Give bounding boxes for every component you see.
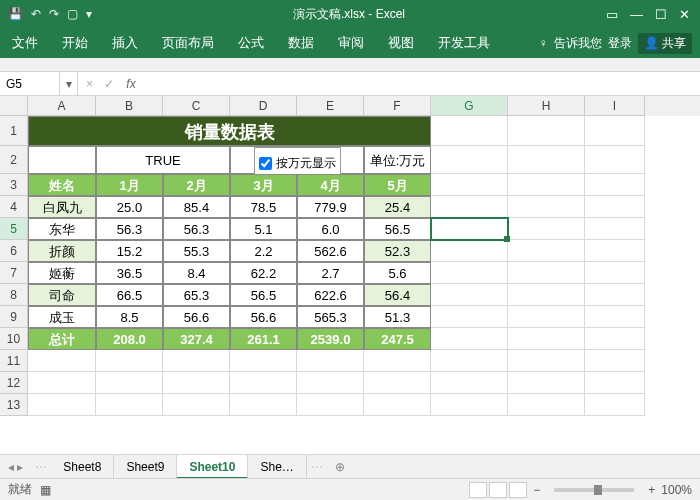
cell-I8[interactable]	[585, 284, 645, 306]
cell-name[interactable]: 东华	[28, 218, 96, 240]
cell[interactable]	[585, 394, 645, 416]
wan-checkbox[interactable]	[259, 157, 272, 170]
tell-me[interactable]: 告诉我您	[554, 35, 602, 52]
tab-file[interactable]: 文件	[0, 28, 50, 58]
table-title[interactable]: 销量数据表	[28, 116, 431, 146]
hdr-name[interactable]: 姓名	[28, 174, 96, 196]
cell-G3[interactable]	[431, 174, 508, 196]
row-head-5[interactable]: 5	[0, 218, 28, 240]
tab-dev[interactable]: 开发工具	[426, 28, 502, 58]
row-head-11[interactable]: 11	[0, 350, 28, 372]
tab-layout[interactable]: 页面布局	[150, 28, 226, 58]
save-icon[interactable]: 💾	[8, 7, 23, 21]
row-head-6[interactable]: 6	[0, 240, 28, 262]
cell[interactable]	[508, 350, 585, 372]
cell-H4[interactable]	[508, 196, 585, 218]
cell-G7[interactable]	[431, 262, 508, 284]
cell-val[interactable]: 56.6	[163, 306, 230, 328]
cell[interactable]	[28, 372, 96, 394]
col-F[interactable]: F	[364, 96, 431, 116]
col-E[interactable]: E	[297, 96, 364, 116]
cell-name[interactable]: 白凤九	[28, 196, 96, 218]
total-val[interactable]: 2539.0	[297, 328, 364, 350]
fx-icon[interactable]: fx	[126, 77, 141, 91]
new-icon[interactable]: ▢	[67, 7, 78, 21]
sheet-tab[interactable]: Sheet9	[114, 455, 177, 479]
cell-G8[interactable]	[431, 284, 508, 306]
cell-val[interactable]: 56.6	[230, 306, 297, 328]
view-break-icon[interactable]	[509, 482, 527, 498]
hdr-m3[interactable]: 3月	[230, 174, 297, 196]
cell[interactable]	[230, 394, 297, 416]
cell[interactable]	[297, 394, 364, 416]
row-head-4[interactable]: 4	[0, 196, 28, 218]
view-page-icon[interactable]	[489, 482, 507, 498]
cell-I6[interactable]	[585, 240, 645, 262]
cell-H6[interactable]	[508, 240, 585, 262]
cell[interactable]	[163, 350, 230, 372]
name-box[interactable]: G5	[0, 72, 60, 95]
cell-val[interactable]: 85.4	[163, 196, 230, 218]
cell-val[interactable]: 56.4	[364, 284, 431, 306]
col-C[interactable]: C	[163, 96, 230, 116]
total-label[interactable]: 总计	[28, 328, 96, 350]
col-A[interactable]: A	[28, 96, 96, 116]
hdr-m1[interactable]: 1月	[96, 174, 163, 196]
zoom-level[interactable]: 100%	[661, 483, 692, 497]
unit-cell[interactable]: 单位:万元	[364, 146, 431, 174]
cell-name[interactable]: 折颜	[28, 240, 96, 262]
cell-H2[interactable]	[508, 146, 585, 174]
cell-I10[interactable]	[585, 328, 645, 350]
cell-name[interactable]: 司命	[28, 284, 96, 306]
cell-H5[interactable]	[508, 218, 585, 240]
close-icon[interactable]: ✕	[679, 7, 690, 22]
cell-val[interactable]: 2.2	[230, 240, 297, 262]
cell[interactable]	[28, 394, 96, 416]
sheet-tab[interactable]: She…	[248, 455, 306, 479]
cell-val[interactable]: 622.6	[297, 284, 364, 306]
cell-val[interactable]: 78.5	[230, 196, 297, 218]
cell[interactable]	[297, 372, 364, 394]
qat-dropdown-icon[interactable]: ▾	[86, 7, 92, 21]
tab-insert[interactable]: 插入	[100, 28, 150, 58]
cell-G9[interactable]	[431, 306, 508, 328]
row-head-8[interactable]: 8	[0, 284, 28, 306]
undo-icon[interactable]: ↶	[31, 7, 41, 21]
cell-val[interactable]: 62.2	[230, 262, 297, 284]
cell-val[interactable]: 5.6	[364, 262, 431, 284]
cell[interactable]	[28, 350, 96, 372]
cell-name[interactable]: 姬蘅	[28, 262, 96, 284]
cell[interactable]	[585, 372, 645, 394]
total-val[interactable]: 247.5	[364, 328, 431, 350]
cell-G2[interactable]	[431, 146, 508, 174]
cell-val[interactable]: 562.6	[297, 240, 364, 262]
cell-I4[interactable]	[585, 196, 645, 218]
cell[interactable]	[431, 372, 508, 394]
cell-val[interactable]: 52.3	[364, 240, 431, 262]
ribbon-opts-icon[interactable]: ▭	[606, 7, 618, 22]
tab-review[interactable]: 审阅	[326, 28, 376, 58]
cell-val[interactable]: 56.5	[230, 284, 297, 306]
cell-val[interactable]: 66.5	[96, 284, 163, 306]
row-head-13[interactable]: 13	[0, 394, 28, 416]
cell-val[interactable]: 56.5	[364, 218, 431, 240]
cell-G1[interactable]	[431, 116, 508, 146]
cell-H7[interactable]	[508, 262, 585, 284]
signin-link[interactable]: 登录	[608, 35, 632, 52]
row-head-3[interactable]: 3	[0, 174, 28, 196]
cell-I9[interactable]	[585, 306, 645, 328]
col-H[interactable]: H	[508, 96, 585, 116]
cell-H8[interactable]	[508, 284, 585, 306]
row-head-2[interactable]: 2	[0, 146, 28, 174]
cell[interactable]	[508, 394, 585, 416]
cell-G10[interactable]	[431, 328, 508, 350]
cell[interactable]	[230, 372, 297, 394]
hdr-m5[interactable]: 5月	[364, 174, 431, 196]
cell-val[interactable]: 56.3	[163, 218, 230, 240]
maximize-icon[interactable]: ☐	[655, 7, 667, 22]
cell[interactable]	[431, 350, 508, 372]
hdr-m2[interactable]: 2月	[163, 174, 230, 196]
tab-formula[interactable]: 公式	[226, 28, 276, 58]
col-D[interactable]: D	[230, 96, 297, 116]
cell-val[interactable]: 779.9	[297, 196, 364, 218]
